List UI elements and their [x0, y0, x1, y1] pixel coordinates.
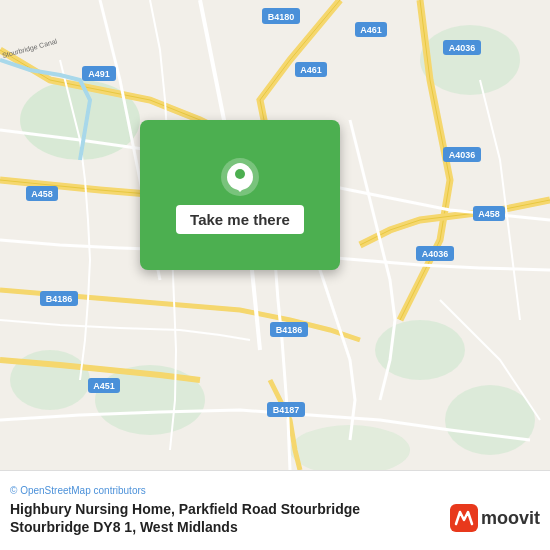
svg-text:B4187: B4187: [273, 405, 300, 415]
svg-text:A491: A491: [88, 69, 110, 79]
svg-text:A461: A461: [300, 65, 322, 75]
attribution-text: © OpenStreetMap contributors: [10, 485, 540, 496]
openstreetmap-link[interactable]: © OpenStreetMap contributors: [10, 485, 146, 496]
svg-text:A451: A451: [93, 381, 115, 391]
svg-text:B4186: B4186: [46, 294, 73, 304]
svg-point-6: [445, 385, 535, 455]
cta-card: Take me there: [140, 120, 340, 270]
moovit-logo: moovit: [450, 504, 540, 532]
svg-text:A461: A461: [360, 25, 382, 35]
svg-text:B4186: B4186: [276, 325, 303, 335]
location-name: Highbury Nursing Home, Parkfield Road St…: [10, 500, 440, 536]
svg-text:A458: A458: [478, 209, 500, 219]
take-me-there-button[interactable]: Take me there: [176, 205, 304, 234]
moovit-brand-text: moovit: [481, 508, 540, 529]
svg-point-2: [420, 25, 520, 95]
svg-text:A4036: A4036: [449, 43, 476, 53]
svg-text:A4036: A4036: [422, 249, 449, 259]
svg-text:A458: A458: [31, 189, 53, 199]
moovit-icon: [450, 504, 478, 532]
svg-text:A4036: A4036: [449, 150, 476, 160]
svg-text:B4180: B4180: [268, 12, 295, 22]
map-container: B4180 A461 A4036 A491 A461 A4036 A458 A4…: [0, 0, 550, 550]
svg-point-37: [235, 169, 245, 179]
footer: © OpenStreetMap contributors Highbury Nu…: [0, 470, 550, 550]
location-pin-icon: [220, 157, 260, 197]
